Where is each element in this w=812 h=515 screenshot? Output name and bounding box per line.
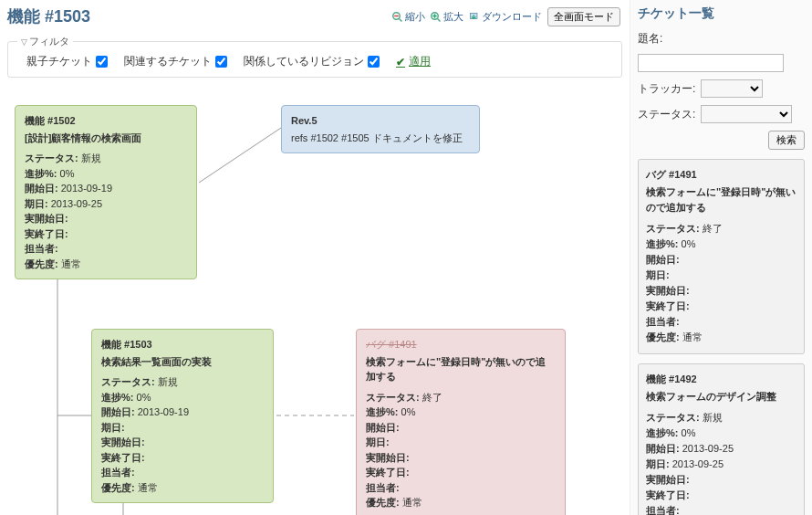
lbl-assignee: 担当者: [101, 467, 135, 478]
lbl-due: 期日: [646, 458, 670, 469]
zoom-in-label: 拡大 [443, 10, 463, 24]
filter-revisions-checkbox[interactable] [368, 56, 380, 68]
val-due: 2013-09-25 [672, 458, 724, 469]
collapse-icon: ▽ [21, 37, 27, 47]
lbl-priority: 優先度: [101, 482, 135, 493]
filter-related[interactable]: 関連するチケット [124, 54, 227, 69]
val-due: 2013-09-25 [51, 198, 102, 209]
card-subject: 検索フォームに"登録日時"が無いので追加する [646, 184, 796, 215]
subject-input[interactable] [638, 54, 784, 72]
lbl-status: ステータス: [366, 392, 420, 403]
status-label: ステータス: [638, 107, 695, 122]
filter-status: ステータス: [638, 105, 805, 123]
val-start: 2013-09-19 [61, 183, 112, 194]
download-icon [469, 12, 480, 23]
svg-line-4 [438, 18, 441, 21]
lbl-astart: 実開始日: [366, 452, 410, 463]
lbl-due: 期日: [646, 269, 670, 280]
apply-link[interactable]: ✔適用 [396, 54, 431, 69]
val-start: 2013-09-19 [138, 406, 189, 417]
ticket-card-1491[interactable]: バグ #1491 検索フォームに"登録日時"が無いので追加する ステータス: 終… [638, 159, 805, 354]
zoom-in-link[interactable]: 拡大 [431, 10, 463, 24]
lbl-start: 開始日: [366, 422, 400, 433]
ticket-node-1491[interactable]: バグ #1491 検索フォームに"登録日時"が無いので追加する ステータス: 終… [356, 329, 566, 515]
filter-tracker: トラッカー: [638, 79, 805, 98]
svg-line-8 [199, 128, 281, 183]
lbl-start: 開始日: [646, 443, 680, 454]
download-link[interactable]: ダウンロード [469, 10, 542, 24]
filter-legend-text: フィルタ [29, 36, 69, 47]
filter-parent-child-checkbox[interactable] [96, 56, 108, 68]
lbl-progress: 進捗%: [101, 392, 133, 403]
card-subject: 検索フォームのデザイン調整 [646, 389, 796, 405]
filter-related-label: 関連するチケット [124, 54, 212, 69]
val-progress: 0% [401, 406, 416, 417]
lbl-due: 期日: [25, 198, 48, 209]
lbl-due: 期日: [366, 436, 390, 447]
filter-related-checkbox[interactable] [215, 56, 227, 68]
zoom-out-label: 縮小 [405, 10, 425, 24]
val-status: 新規 [81, 152, 101, 163]
check-icon: ✔ [396, 56, 405, 68]
lbl-priority: 優先度: [366, 497, 400, 508]
lbl-priority: 優先度: [646, 331, 680, 342]
val-priority: 通常 [682, 331, 703, 342]
lbl-progress: 進捗%: [646, 427, 678, 438]
val-progress: 0% [137, 392, 151, 403]
node-subject: 検索フォームに"登録日時"が無いので追加する [366, 354, 556, 384]
subject-label: 題名: [638, 31, 662, 47]
lbl-status: ステータス: [101, 376, 155, 387]
zoom-in-icon [431, 12, 442, 23]
lbl-astart: 実開始日: [101, 436, 145, 447]
lbl-due: 期日: [101, 422, 125, 433]
status-select[interactable] [701, 105, 792, 123]
filter-fieldset: ▽フィルタ 親子チケット 関連するチケット 関係しているリビジョン ✔適用 [7, 35, 622, 78]
lbl-aend: 実終了日: [101, 452, 145, 463]
filter-legend[interactable]: ▽フィルタ [17, 35, 73, 48]
sidebar: チケット一覧 題名: トラッカー: ステータス: 検索 バグ #1491 検索フ… [630, 0, 812, 515]
node-subject: refs #1502 #1505 ドキュメントを修正 [291, 131, 470, 146]
lbl-status: ステータス: [646, 412, 700, 423]
val-priority: 通常 [402, 497, 422, 508]
ticket-card-1492[interactable]: 機能 #1492 検索フォームのデザイン調整 ステータス: 新規 進捗%: 0%… [638, 363, 805, 515]
card-head: 機能 #1492 [646, 372, 796, 387]
lbl-start: 開始日: [646, 254, 680, 265]
lbl-status: ステータス: [646, 223, 700, 234]
val-status: 終了 [703, 223, 723, 234]
node-head: 機能 #1503 [101, 337, 264, 352]
val-status: 新規 [703, 412, 723, 423]
lbl-astart: 実開始日: [646, 285, 690, 296]
card-head: バグ #1491 [646, 167, 796, 183]
graph-canvas[interactable]: 機能 #1502 [設計]顧客情報の検索画面 ステータス: 新規 進捗%: 0%… [7, 78, 622, 515]
lbl-start: 開始日: [25, 183, 58, 194]
lbl-status: ステータス: [25, 152, 78, 163]
svg-line-1 [400, 18, 402, 21]
node-head: Rev.5 [291, 113, 470, 129]
ticket-node-1503[interactable]: 機能 #1503 検索結果一覧画面の実装 ステータス: 新規 進捗%: 0% 開… [91, 329, 274, 503]
search-button[interactable]: 検索 [768, 131, 805, 150]
val-start: 2013-09-25 [682, 443, 734, 454]
filter-revisions[interactable]: 関係しているリビジョン [244, 54, 380, 69]
node-head: バグ #1491 [366, 337, 556, 352]
apply-label: 適用 [409, 54, 431, 69]
lbl-aend: 実終了日: [646, 300, 690, 311]
filter-parent-child[interactable]: 親子チケット [26, 54, 108, 69]
tracker-label: トラッカー: [638, 81, 695, 97]
lbl-assignee: 担当者: [646, 505, 680, 515]
zoom-out-link[interactable]: 縮小 [392, 10, 425, 24]
val-status: 終了 [422, 392, 442, 403]
val-progress: 0% [682, 427, 696, 438]
lbl-progress: 進捗%: [646, 238, 678, 249]
lbl-progress: 進捗%: [366, 406, 398, 417]
lbl-aend: 実終了日: [646, 489, 690, 500]
node-subject: [設計]顧客情報の検索画面 [25, 131, 187, 146]
ticket-node-1502[interactable]: 機能 #1502 [設計]顧客情報の検索画面 ステータス: 新規 進捗%: 0%… [15, 105, 197, 279]
val-progress: 0% [682, 238, 696, 249]
val-status: 新規 [158, 376, 178, 387]
lbl-progress: 進捗%: [25, 168, 57, 179]
tracker-select[interactable] [701, 79, 763, 98]
fullscreen-button[interactable]: 全画面モード [547, 7, 620, 26]
lbl-aend: 実終了日: [25, 228, 68, 239]
revision-node-5[interactable]: Rev.5 refs #1502 #1505 ドキュメントを修正 [281, 105, 480, 153]
lbl-priority: 優先度: [25, 258, 58, 269]
